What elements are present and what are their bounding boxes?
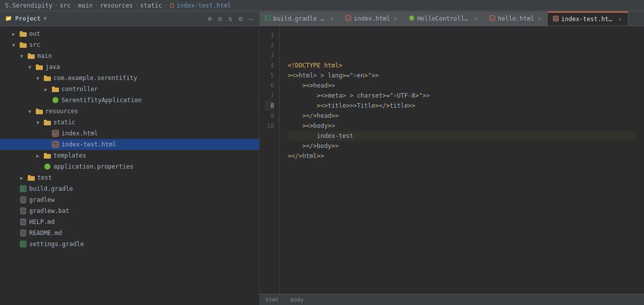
tree-icon-java [35, 63, 43, 70]
collapse-icon[interactable]: ≡ [217, 14, 223, 24]
tree-item-application.properties[interactable]: application.properties [0, 161, 259, 172]
settings-icon[interactable]: ⚙ [237, 14, 243, 24]
svg-rect-22 [44, 153, 47, 155]
tree-item-com.example[interactable]: ▼com.example.serentifity [0, 72, 259, 84]
tree-item-index.html[interactable]: </>index.html [0, 128, 259, 139]
tree-item-main[interactable]: ▼main [0, 50, 259, 61]
tree-item-HELP.md[interactable]: HELP.md [0, 216, 259, 227]
tabs-bar: Gbuild.gradle (serentifity)×</>index.htm… [260, 11, 644, 26]
tab-label-hello.html: hello.html [498, 15, 534, 22]
code-line-10: ></>html>> [288, 151, 636, 161]
sort-icon[interactable]: ⇅ [227, 14, 233, 24]
breadcrumb-static[interactable]: static [140, 2, 162, 9]
line-numbers: 12345678910 [260, 26, 280, 294]
svg-rect-21 [44, 154, 51, 159]
tree-item-gradlew.bat[interactable]: gradlew.bat [0, 205, 259, 216]
tree-icon-controller [51, 86, 59, 93]
tab-close-HelloController.java[interactable]: × [473, 15, 479, 23]
tab-close-build.gradle[interactable]: × [329, 15, 335, 23]
breadcrumb-main[interactable]: main [78, 2, 93, 9]
breadcrumb-file[interactable]: 🗋index-test.html [169, 2, 231, 9]
status-bar: html › body [260, 294, 644, 305]
line-num-10: 10 [265, 121, 274, 131]
svg-rect-15 [44, 121, 51, 125]
line-num-5: 5 [265, 70, 274, 81]
sidebar-icons-group: ⊕ ≡ ⇅ ⚙ – [207, 14, 254, 24]
tree-item-settings.gradle[interactable]: Gsettings.gradle [0, 239, 259, 250]
status-html[interactable]: html [266, 296, 279, 303]
tree-item-controller[interactable]: ▶controller [0, 84, 259, 95]
breadcrumb-sep-1: › [54, 2, 58, 9]
tree-arrow-test: ▶ [20, 175, 27, 181]
line-num-3: 3 [265, 50, 274, 60]
svg-rect-11 [52, 87, 55, 88]
svg-rect-14 [36, 109, 39, 110]
tab-icon-index-test.html: </> [553, 16, 559, 23]
tree-icon-out [19, 30, 27, 37]
tab-hello.html[interactable]: </>hello.html× [484, 12, 548, 26]
tree-item-resources[interactable]: ▼resources [0, 106, 259, 117]
svg-rect-8 [44, 77, 51, 81]
tab-index.html[interactable]: </>index.html× [340, 12, 404, 26]
tree-item-README.md[interactable]: README.md [0, 227, 259, 239]
tree-item-index-test.html[interactable]: </>index-test.html [0, 139, 259, 150]
tree-label-test: test [37, 174, 52, 181]
tab-index-test.html[interactable]: </>index-test.html× [548, 12, 628, 26]
editor-content: 12345678910 <!DOCTYPE html>><>html> > la… [260, 26, 644, 294]
tree-item-build.gradle[interactable]: Gbuild.gradle [0, 183, 259, 194]
code-line-4: ><>meta> > charset>=">UTF-8>">> [288, 91, 636, 101]
tree-item-test[interactable]: ▶test [0, 172, 259, 183]
code-line-7: ><>body>> [288, 121, 636, 131]
tab-build.gradle[interactable]: Gbuild.gradle (serentifity)× [260, 12, 340, 26]
tree-icon-index.html: </> [51, 130, 59, 137]
tree-item-out[interactable]: ▶out [0, 28, 259, 39]
svg-rect-3 [20, 42, 23, 44]
tree-item-src[interactable]: ▼src [0, 39, 259, 50]
breadcrumb-sep-4: › [135, 2, 138, 9]
tree-item-java[interactable]: ▼java [0, 61, 259, 72]
tree-label-main: main [37, 52, 52, 59]
svg-text:</>: </> [53, 132, 59, 136]
tree-item-SerentifityApplication[interactable]: SerentifityApplication [0, 95, 259, 106]
line-num-4: 4 [265, 60, 274, 70]
tab-label-index-test.html: index-test.html [561, 16, 615, 23]
line-num-1: 1 [265, 30, 274, 40]
tab-close-index.html[interactable]: × [393, 15, 398, 23]
minimize-icon[interactable]: – [248, 14, 254, 24]
tree-label-resources: resources [45, 108, 78, 115]
code-area[interactable]: <!DOCTYPE html>><>html> > lang>=">en>">>… [280, 26, 644, 294]
breadcrumb-resources[interactable]: resources [100, 2, 133, 9]
status-body[interactable]: body [290, 296, 304, 303]
tree-item-static[interactable]: ▼static [0, 117, 259, 128]
tree-icon-HELP.md [19, 218, 27, 225]
tree-icon-com.example [43, 74, 51, 82]
tab-HelloController.java[interactable]: HelloController.java× [404, 12, 484, 26]
svg-rect-4 [28, 54, 35, 59]
breadcrumb-serendipity[interactable]: S.Serendipity [5, 2, 52, 9]
line-num-9: 9 [265, 111, 274, 121]
svg-rect-2 [20, 43, 27, 48]
tab-label-HelloController.java: HelloController.java [417, 15, 471, 22]
tab-close-index-test.html[interactable]: × [617, 16, 623, 23]
breadcrumb-src[interactable]: src [60, 2, 71, 9]
tree-icon-build.gradle: G [19, 185, 27, 192]
tree-arrow-resources: ▼ [28, 109, 35, 114]
file-tree: ▶out▼src▼main▼java▼com.example.serentifi… [0, 26, 259, 305]
locate-icon[interactable]: ⊕ [207, 14, 213, 24]
sidebar-title-area: 📁 Project ▼ [5, 15, 47, 22]
svg-rect-7 [36, 64, 39, 66]
tree-arrow-static: ▼ [36, 120, 43, 125]
svg-rect-13 [36, 110, 43, 114]
sidebar-title: Project [15, 15, 41, 22]
svg-point-12 [52, 97, 58, 103]
tree-label-static: static [53, 119, 75, 126]
sidebar-chevron-icon[interactable]: ▼ [44, 16, 47, 21]
svg-rect-30 [21, 219, 26, 225]
tab-close-hello.html[interactable]: × [537, 15, 542, 23]
code-line-2: ><>html> > lang>=">en>">> [288, 70, 636, 81]
tree-item-gradlew[interactable]: gradlew [0, 194, 259, 205]
tree-icon-gradlew.bat [19, 207, 27, 214]
svg-rect-25 [28, 175, 31, 177]
tree-icon-test [27, 174, 35, 181]
tree-item-templates[interactable]: ▶templates [0, 150, 259, 161]
